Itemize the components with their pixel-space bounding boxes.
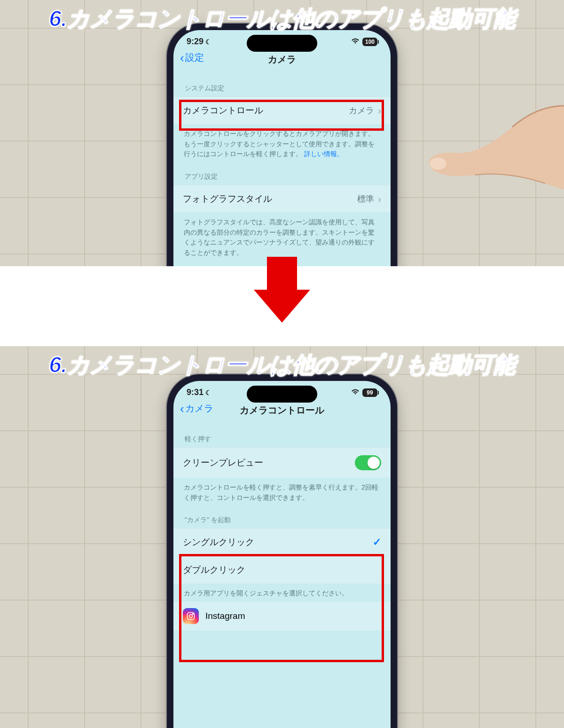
pointing-finger xyxy=(404,71,564,202)
wifi-icon xyxy=(351,388,360,397)
svg-point-2 xyxy=(189,615,193,618)
row-instagram[interactable]: Instagram xyxy=(173,601,391,631)
status-time: 9:31 xyxy=(187,388,204,397)
row-label: シングルクリック xyxy=(183,536,254,548)
chevron-right-icon: › xyxy=(378,194,381,205)
light-press-description: カメラコントロールを軽く押すと、調整を素早く行えます。2回軽く押すと、コントロー… xyxy=(173,478,391,506)
battery-indicator: 100 xyxy=(362,38,377,46)
row-clean-preview[interactable]: クリーンプレビュー xyxy=(173,447,391,478)
row-label: カメラコントロール xyxy=(183,104,263,117)
chevron-left-icon: ‹ xyxy=(180,403,184,415)
row-label: Instagram xyxy=(205,611,245,621)
nav-title: カメラ xyxy=(268,53,296,66)
photo-style-description: フォトグラフスタイルでは、高度なシーン認識を使用して、写真内の異なる部分の特定の… xyxy=(173,213,391,261)
row-label: フォトグラフスタイル xyxy=(183,193,272,205)
iphone-frame-1: 9:29 ☾ 100 ‹ 設定 カメラ システム設定 カメラコントロール xyxy=(167,24,397,266)
row-label: クリーンプレビュー xyxy=(183,457,263,469)
battery-indicator: 99 xyxy=(362,388,377,397)
back-label: 設定 xyxy=(185,51,204,64)
chevron-left-icon: ‹ xyxy=(180,52,184,64)
nav-title: カメラコントロール xyxy=(240,404,324,417)
dynamic-island xyxy=(247,35,317,52)
tutorial-panel-1: 6.カメラコントロールは他のアプリも起動可能 9:29 ☾ 100 ‹ 設定 カ… xyxy=(0,0,564,266)
row-single-click[interactable]: シングルクリック ✓ xyxy=(173,528,391,556)
tutorial-panel-2: 6.カメラコントロールは他のアプリも起動可能 9:31 ☾ 99 ‹ カメラ カ… xyxy=(0,346,564,728)
svg-point-3 xyxy=(193,614,194,615)
row-double-click[interactable]: ダブルクリック xyxy=(173,556,391,584)
back-label: カメラ xyxy=(185,402,213,415)
back-button[interactable]: ‹ 設定 xyxy=(180,51,204,64)
gesture-description: カメラ用アプリを開くジェスチャを選択してください。 xyxy=(173,584,391,601)
svg-point-0 xyxy=(430,158,446,170)
headline-text: 6.カメラコントロールは他のアプリも起動可能 xyxy=(0,4,564,34)
status-time: 9:29 xyxy=(187,37,204,47)
row-camera-control[interactable]: カメラコントロール カメラ › xyxy=(173,96,391,124)
chevron-right-icon: › xyxy=(378,105,381,116)
focus-moon-icon: ☾ xyxy=(205,38,212,46)
row-value: 標準 xyxy=(357,193,374,205)
dynamic-island xyxy=(247,386,317,403)
down-arrow-icon xyxy=(254,290,310,323)
group-header-light-press: 軽く押す xyxy=(173,425,391,447)
camera-control-description: カメラコントロールをクリックするとカメラアプリが開きます。もう一度クリックすると… xyxy=(173,124,391,162)
settings-content: 軽く押す クリーンプレビュー カメラコントロールを軽く押すと、調整を素早く行えま… xyxy=(173,421,391,631)
group-header-system: システム設定 xyxy=(173,74,391,96)
row-photographic-style[interactable]: フォトグラフスタイル 標準 › xyxy=(173,185,391,213)
wifi-icon xyxy=(351,38,360,46)
iphone-frame-2: 9:31 ☾ 99 ‹ カメラ カメラコントロール 軽く押す クリーンプレビュー xyxy=(167,374,397,728)
checkmark-icon: ✓ xyxy=(373,536,381,548)
back-button[interactable]: ‹ カメラ xyxy=(180,402,213,415)
learn-more-link[interactable]: 詳しい情報。 xyxy=(304,150,344,158)
settings-content: システム設定 カメラコントロール カメラ › カメラコントロールをクリックすると… xyxy=(173,70,391,261)
group-header-launch-camera: "カメラ" を起動 xyxy=(173,506,391,528)
row-label: ダブルクリック xyxy=(183,564,245,576)
row-value: カメラ xyxy=(349,105,374,116)
group-header-app: アプリ設定 xyxy=(173,162,391,185)
flow-arrow xyxy=(0,266,564,346)
toggle-switch-on[interactable] xyxy=(355,455,381,470)
instagram-icon xyxy=(183,608,199,624)
focus-moon-icon: ☾ xyxy=(205,389,212,396)
headline-text: 6.カメラコントロールは他のアプリも起動可能 xyxy=(0,350,564,380)
